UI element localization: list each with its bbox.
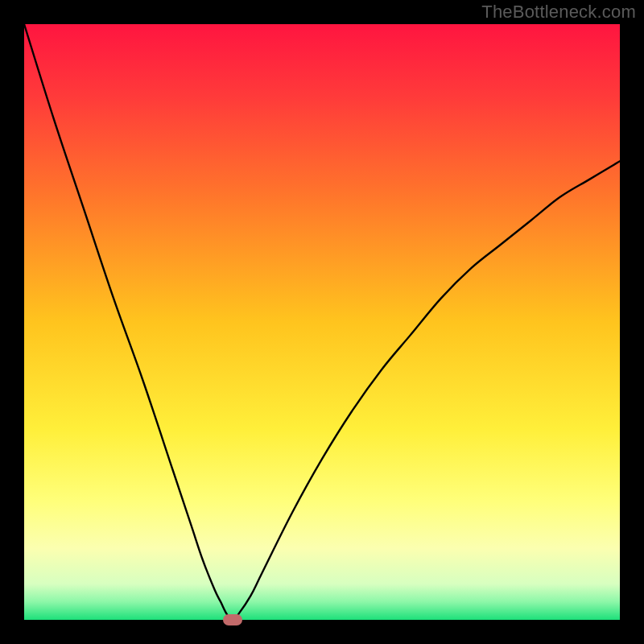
- chart-frame: TheBottleneck.com: [0, 0, 644, 644]
- chart-svg: [24, 24, 620, 620]
- watermark-text: TheBottleneck.com: [481, 2, 636, 23]
- chart-plot-area: [24, 24, 620, 620]
- optimal-point-marker: [223, 614, 242, 625]
- gradient-background: [24, 24, 620, 620]
